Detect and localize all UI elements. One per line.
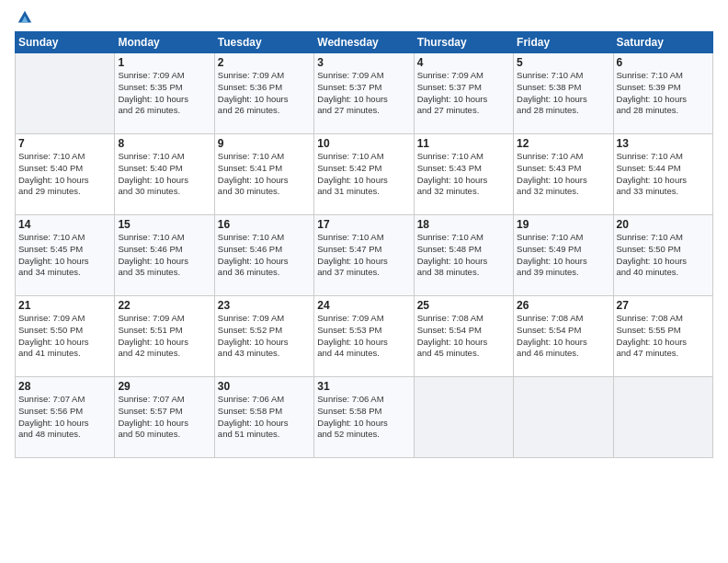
day-number: 17 xyxy=(317,218,410,231)
day-cell: 23Sunrise: 7:09 AMSunset: 5:52 PMDayligh… xyxy=(214,296,313,377)
header-row: SundayMondayTuesdayWednesdayThursdayFrid… xyxy=(16,32,713,53)
week-row-1: 1Sunrise: 7:09 AMSunset: 5:35 PMDaylight… xyxy=(16,53,713,134)
col-header-thursday: Thursday xyxy=(414,32,513,53)
day-number: 8 xyxy=(118,137,210,150)
logo xyxy=(15,9,33,26)
day-info: Sunrise: 7:09 AMSunset: 5:37 PMDaylight:… xyxy=(417,70,510,117)
day-number: 20 xyxy=(617,218,710,231)
col-header-saturday: Saturday xyxy=(613,32,712,53)
day-number: 13 xyxy=(617,137,710,150)
day-cell: 29Sunrise: 7:07 AMSunset: 5:57 PMDayligh… xyxy=(115,377,214,458)
main-container: SundayMondayTuesdayWednesdayThursdayFrid… xyxy=(0,0,728,467)
week-row-3: 14Sunrise: 7:10 AMSunset: 5:45 PMDayligh… xyxy=(16,215,713,296)
day-cell: 12Sunrise: 7:10 AMSunset: 5:43 PMDayligh… xyxy=(514,134,613,215)
day-cell: 21Sunrise: 7:09 AMSunset: 5:50 PMDayligh… xyxy=(16,296,115,377)
day-cell: 25Sunrise: 7:08 AMSunset: 5:54 PMDayligh… xyxy=(414,296,513,377)
day-cell: 2Sunrise: 7:09 AMSunset: 5:36 PMDaylight… xyxy=(214,53,313,134)
col-header-tuesday: Tuesday xyxy=(214,32,313,53)
day-number: 12 xyxy=(517,137,609,150)
col-header-friday: Friday xyxy=(514,32,613,53)
day-cell: 30Sunrise: 7:06 AMSunset: 5:58 PMDayligh… xyxy=(214,377,313,458)
day-cell xyxy=(514,377,613,458)
day-number: 3 xyxy=(317,56,410,69)
day-number: 6 xyxy=(617,56,710,69)
day-info: Sunrise: 7:09 AMSunset: 5:35 PMDaylight:… xyxy=(118,70,210,117)
day-cell: 5Sunrise: 7:10 AMSunset: 5:38 PMDaylight… xyxy=(514,53,613,134)
day-number: 7 xyxy=(18,137,111,150)
day-number: 18 xyxy=(417,218,510,231)
day-cell: 8Sunrise: 7:10 AMSunset: 5:40 PMDaylight… xyxy=(115,134,214,215)
day-info: Sunrise: 7:06 AMSunset: 5:58 PMDaylight:… xyxy=(317,394,410,441)
day-number: 11 xyxy=(417,137,510,150)
day-cell: 17Sunrise: 7:10 AMSunset: 5:47 PMDayligh… xyxy=(314,215,414,296)
day-cell xyxy=(613,377,712,458)
day-number: 31 xyxy=(317,380,410,393)
day-cell: 11Sunrise: 7:10 AMSunset: 5:43 PMDayligh… xyxy=(414,134,513,215)
day-info: Sunrise: 7:10 AMSunset: 5:45 PMDaylight:… xyxy=(18,232,111,279)
day-number: 27 xyxy=(617,299,710,312)
day-number: 2 xyxy=(218,56,311,69)
day-info: Sunrise: 7:09 AMSunset: 5:50 PMDaylight:… xyxy=(18,313,111,360)
day-info: Sunrise: 7:10 AMSunset: 5:48 PMDaylight:… xyxy=(417,232,510,279)
day-cell: 13Sunrise: 7:10 AMSunset: 5:44 PMDayligh… xyxy=(613,134,712,215)
day-number: 28 xyxy=(18,380,111,393)
day-cell: 19Sunrise: 7:10 AMSunset: 5:49 PMDayligh… xyxy=(514,215,613,296)
day-number: 23 xyxy=(218,299,311,312)
logo-icon xyxy=(17,9,33,26)
day-info: Sunrise: 7:09 AMSunset: 5:51 PMDaylight:… xyxy=(118,313,210,360)
day-cell: 16Sunrise: 7:10 AMSunset: 5:46 PMDayligh… xyxy=(214,215,313,296)
day-info: Sunrise: 7:09 AMSunset: 5:52 PMDaylight:… xyxy=(218,313,311,360)
day-cell: 15Sunrise: 7:10 AMSunset: 5:46 PMDayligh… xyxy=(115,215,214,296)
day-cell: 24Sunrise: 7:09 AMSunset: 5:53 PMDayligh… xyxy=(314,296,414,377)
day-cell: 10Sunrise: 7:10 AMSunset: 5:42 PMDayligh… xyxy=(314,134,414,215)
day-number: 4 xyxy=(417,56,510,69)
day-info: Sunrise: 7:10 AMSunset: 5:40 PMDaylight:… xyxy=(118,151,210,198)
day-info: Sunrise: 7:10 AMSunset: 5:43 PMDaylight:… xyxy=(517,151,609,198)
day-info: Sunrise: 7:10 AMSunset: 5:47 PMDaylight:… xyxy=(317,232,410,279)
col-header-sunday: Sunday xyxy=(16,32,115,53)
day-cell: 20Sunrise: 7:10 AMSunset: 5:50 PMDayligh… xyxy=(613,215,712,296)
day-cell: 26Sunrise: 7:08 AMSunset: 5:54 PMDayligh… xyxy=(514,296,613,377)
day-info: Sunrise: 7:10 AMSunset: 5:49 PMDaylight:… xyxy=(517,232,609,279)
day-number: 16 xyxy=(218,218,311,231)
day-info: Sunrise: 7:10 AMSunset: 5:40 PMDaylight:… xyxy=(18,151,111,198)
day-info: Sunrise: 7:10 AMSunset: 5:43 PMDaylight:… xyxy=(417,151,510,198)
day-info: Sunrise: 7:10 AMSunset: 5:50 PMDaylight:… xyxy=(617,232,710,279)
day-info: Sunrise: 7:10 AMSunset: 5:46 PMDaylight:… xyxy=(118,232,210,279)
day-cell: 6Sunrise: 7:10 AMSunset: 5:39 PMDaylight… xyxy=(613,53,712,134)
day-number: 14 xyxy=(18,218,111,231)
day-cell: 3Sunrise: 7:09 AMSunset: 5:37 PMDaylight… xyxy=(314,53,414,134)
day-cell: 1Sunrise: 7:09 AMSunset: 5:35 PMDaylight… xyxy=(115,53,214,134)
day-cell: 28Sunrise: 7:07 AMSunset: 5:56 PMDayligh… xyxy=(16,377,115,458)
day-cell: 7Sunrise: 7:10 AMSunset: 5:40 PMDaylight… xyxy=(16,134,115,215)
day-number: 22 xyxy=(118,299,210,312)
week-row-4: 21Sunrise: 7:09 AMSunset: 5:50 PMDayligh… xyxy=(16,296,713,377)
day-cell xyxy=(414,377,513,458)
day-number: 21 xyxy=(18,299,111,312)
day-number: 24 xyxy=(317,299,410,312)
day-cell: 18Sunrise: 7:10 AMSunset: 5:48 PMDayligh… xyxy=(414,215,513,296)
day-info: Sunrise: 7:10 AMSunset: 5:44 PMDaylight:… xyxy=(617,151,710,198)
day-info: Sunrise: 7:10 AMSunset: 5:46 PMDaylight:… xyxy=(218,232,311,279)
day-number: 29 xyxy=(118,380,210,393)
day-number: 9 xyxy=(218,137,311,150)
day-number: 5 xyxy=(517,56,609,69)
day-cell: 9Sunrise: 7:10 AMSunset: 5:41 PMDaylight… xyxy=(214,134,313,215)
col-header-monday: Monday xyxy=(115,32,214,53)
day-info: Sunrise: 7:10 AMSunset: 5:39 PMDaylight:… xyxy=(617,70,710,117)
header xyxy=(15,9,713,26)
day-cell: 4Sunrise: 7:09 AMSunset: 5:37 PMDaylight… xyxy=(414,53,513,134)
day-info: Sunrise: 7:10 AMSunset: 5:38 PMDaylight:… xyxy=(517,70,609,117)
day-number: 1 xyxy=(118,56,210,69)
day-cell: 31Sunrise: 7:06 AMSunset: 5:58 PMDayligh… xyxy=(314,377,414,458)
day-info: Sunrise: 7:08 AMSunset: 5:54 PMDaylight:… xyxy=(417,313,510,360)
day-info: Sunrise: 7:09 AMSunset: 5:37 PMDaylight:… xyxy=(317,70,410,117)
day-info: Sunrise: 7:09 AMSunset: 5:53 PMDaylight:… xyxy=(317,313,410,360)
week-row-2: 7Sunrise: 7:10 AMSunset: 5:40 PMDaylight… xyxy=(16,134,713,215)
day-info: Sunrise: 7:10 AMSunset: 5:41 PMDaylight:… xyxy=(218,151,311,198)
day-number: 15 xyxy=(118,218,210,231)
day-info: Sunrise: 7:06 AMSunset: 5:58 PMDaylight:… xyxy=(218,394,311,441)
calendar-table: SundayMondayTuesdayWednesdayThursdayFrid… xyxy=(15,31,713,458)
day-number: 30 xyxy=(218,380,311,393)
day-info: Sunrise: 7:07 AMSunset: 5:56 PMDaylight:… xyxy=(18,394,111,441)
